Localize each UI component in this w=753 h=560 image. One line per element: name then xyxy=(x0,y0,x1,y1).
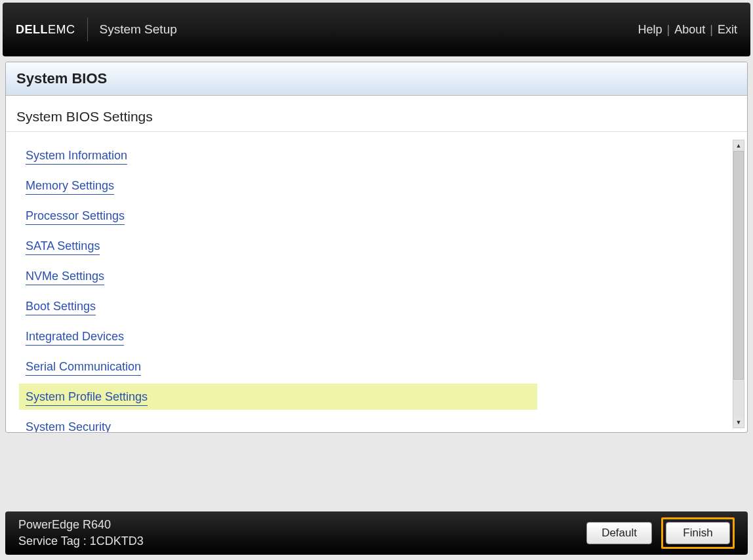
menu-item-label: SATA Settings xyxy=(26,239,100,255)
menu-item-label: Serial Communication xyxy=(26,360,141,376)
brand-logo: DELLEMC xyxy=(16,18,88,41)
menu-list: System Information Memory Settings Proce… xyxy=(6,140,731,433)
top-bar: DELLEMC System Setup Help | About | Exit xyxy=(3,3,750,56)
main-panel: System BIOS System BIOS Settings System … xyxy=(5,62,748,433)
bottom-info: PowerEdge R640 Service Tag : 1CDKTD3 xyxy=(18,517,144,550)
top-bar-right: Help | About | Exit xyxy=(638,23,737,37)
finish-button[interactable]: Finish xyxy=(666,522,730,544)
menu-item-label: System Information xyxy=(26,149,127,165)
about-link[interactable]: About xyxy=(674,23,705,37)
menu-item-nvme-settings[interactable]: NVMe Settings xyxy=(19,263,725,289)
scroll-up-icon[interactable]: ▲ xyxy=(733,140,744,151)
bottom-buttons: Default Finish xyxy=(586,517,735,549)
panel-title: System BIOS xyxy=(6,62,747,96)
menu-item-label: Memory Settings xyxy=(26,179,114,195)
help-link[interactable]: Help xyxy=(638,23,662,37)
app-title: System Setup xyxy=(88,22,177,37)
menu-item-label: System Security xyxy=(26,420,111,433)
service-tag-value: 1CDKTD3 xyxy=(90,534,144,548)
panel-subtitle: System BIOS Settings xyxy=(6,96,747,132)
service-tag: Service Tag : 1CDKTD3 xyxy=(18,533,144,550)
menu-container: System Information Memory Settings Proce… xyxy=(6,140,747,428)
menu-item-integrated-devices[interactable]: Integrated Devices xyxy=(19,323,725,350)
menu-item-boot-settings[interactable]: Boot Settings xyxy=(19,293,725,319)
separator: | xyxy=(667,23,670,37)
service-tag-label: Service Tag : xyxy=(18,534,87,548)
scroll-down-icon[interactable]: ▼ xyxy=(733,417,744,428)
bottom-bar: PowerEdge R640 Service Tag : 1CDKTD3 Def… xyxy=(5,511,748,555)
menu-item-serial-communication[interactable]: Serial Communication xyxy=(19,353,725,380)
model-label: PowerEdge R640 xyxy=(18,517,144,533)
menu-item-system-profile-settings[interactable]: System Profile Settings xyxy=(19,384,537,410)
menu-item-label: Processor Settings xyxy=(26,209,125,225)
menu-item-system-information[interactable]: System Information xyxy=(19,142,725,169)
menu-item-processor-settings[interactable]: Processor Settings xyxy=(19,203,725,229)
default-button[interactable]: Default xyxy=(586,522,652,544)
menu-item-label: NVMe Settings xyxy=(26,270,104,285)
logo-text-bold: DELL xyxy=(16,23,48,36)
menu-item-memory-settings[interactable]: Memory Settings xyxy=(19,172,725,199)
scrollbar-track[interactable] xyxy=(733,151,744,417)
exit-link[interactable]: Exit xyxy=(718,23,737,37)
menu-item-label: Boot Settings xyxy=(26,300,96,315)
separator: | xyxy=(710,23,713,37)
menu-item-system-security[interactable]: System Security xyxy=(19,414,725,433)
logo-text-light: EMC xyxy=(48,23,75,36)
menu-item-label: Integrated Devices xyxy=(26,330,124,346)
scrollbar[interactable]: ▲ ▼ xyxy=(733,140,744,428)
scrollbar-thumb[interactable] xyxy=(733,151,744,380)
menu-item-label: System Profile Settings xyxy=(26,390,148,406)
top-bar-left: DELLEMC System Setup xyxy=(16,18,177,41)
finish-highlight: Finish xyxy=(661,517,735,549)
menu-item-sata-settings[interactable]: SATA Settings xyxy=(19,233,725,259)
